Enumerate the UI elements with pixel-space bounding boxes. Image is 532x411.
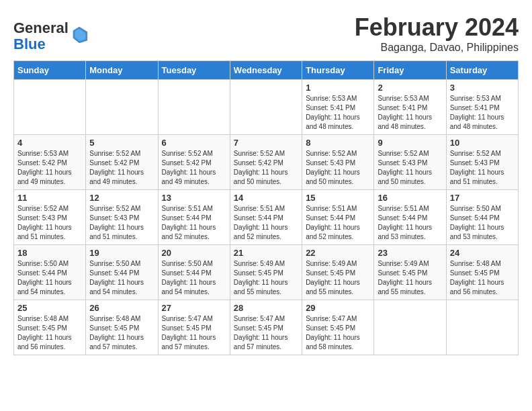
calendar-header-row: SundayMondayTuesdayWednesdayThursdayFrid… xyxy=(14,61,519,80)
calendar-cell xyxy=(86,80,158,135)
day-number: 21 xyxy=(234,248,298,258)
page-header: General Blue February 2024 Baganga, Dava… xyxy=(13,13,519,54)
calendar-cell: 6Sunrise: 5:52 AMSunset: 5:42 PMDaylight… xyxy=(158,135,230,190)
day-number: 6 xyxy=(162,138,226,148)
day-info: Sunrise: 5:51 AMSunset: 5:44 PMDaylight:… xyxy=(306,204,370,242)
day-info: Sunrise: 5:48 AMSunset: 5:45 PMDaylight:… xyxy=(89,314,154,352)
day-number: 18 xyxy=(17,248,82,258)
calendar-cell: 26Sunrise: 5:48 AMSunset: 5:45 PMDayligh… xyxy=(86,300,158,355)
day-info: Sunrise: 5:48 AMSunset: 5:45 PMDaylight:… xyxy=(17,314,82,352)
day-number: 5 xyxy=(89,138,154,148)
day-number: 7 xyxy=(234,138,298,148)
day-number: 23 xyxy=(378,248,442,258)
day-number: 27 xyxy=(162,303,226,313)
day-info: Sunrise: 5:50 AMSunset: 5:44 PMDaylight:… xyxy=(450,204,515,242)
calendar-cell: 19Sunrise: 5:50 AMSunset: 5:44 PMDayligh… xyxy=(86,245,158,300)
calendar-cell: 8Sunrise: 5:52 AMSunset: 5:43 PMDaylight… xyxy=(302,135,374,190)
calendar-week-row: 4Sunrise: 5:53 AMSunset: 5:42 PMDaylight… xyxy=(14,135,519,190)
calendar-cell: 7Sunrise: 5:52 AMSunset: 5:42 PMDaylight… xyxy=(230,135,302,190)
day-info: Sunrise: 5:52 AMSunset: 5:43 PMDaylight:… xyxy=(17,204,82,242)
calendar-cell: 2Sunrise: 5:53 AMSunset: 5:41 PMDaylight… xyxy=(374,80,446,135)
day-info: Sunrise: 5:47 AMSunset: 5:45 PMDaylight:… xyxy=(234,314,298,352)
day-info: Sunrise: 5:53 AMSunset: 5:41 PMDaylight:… xyxy=(306,94,370,132)
calendar-table: SundayMondayTuesdayWednesdayThursdayFrid… xyxy=(13,60,519,355)
calendar-day-header: Thursday xyxy=(302,61,374,80)
calendar-cell: 9Sunrise: 5:52 AMSunset: 5:43 PMDaylight… xyxy=(374,135,446,190)
day-number: 11 xyxy=(17,193,82,203)
calendar-day-header: Friday xyxy=(374,61,446,80)
day-info: Sunrise: 5:52 AMSunset: 5:42 PMDaylight:… xyxy=(89,149,154,187)
calendar-day-header: Saturday xyxy=(446,61,518,80)
calendar-cell xyxy=(374,300,446,355)
day-info: Sunrise: 5:50 AMSunset: 5:44 PMDaylight:… xyxy=(89,259,154,297)
day-number: 13 xyxy=(162,193,226,203)
calendar-cell: 23Sunrise: 5:49 AMSunset: 5:45 PMDayligh… xyxy=(374,245,446,300)
day-info: Sunrise: 5:51 AMSunset: 5:44 PMDaylight:… xyxy=(234,204,298,242)
day-info: Sunrise: 5:52 AMSunset: 5:43 PMDaylight:… xyxy=(450,149,515,187)
day-number: 10 xyxy=(450,138,515,148)
calendar-cell: 1Sunrise: 5:53 AMSunset: 5:41 PMDaylight… xyxy=(302,80,374,135)
day-number: 17 xyxy=(450,193,515,203)
logo-text: General Blue xyxy=(13,20,69,52)
day-number: 28 xyxy=(234,303,298,313)
calendar-cell: 29Sunrise: 5:47 AMSunset: 5:45 PMDayligh… xyxy=(302,300,374,355)
day-number: 16 xyxy=(378,193,442,203)
calendar-cell: 20Sunrise: 5:50 AMSunset: 5:44 PMDayligh… xyxy=(158,245,230,300)
day-info: Sunrise: 5:49 AMSunset: 5:45 PMDaylight:… xyxy=(234,259,298,297)
calendar-week-row: 25Sunrise: 5:48 AMSunset: 5:45 PMDayligh… xyxy=(14,300,519,355)
day-number: 29 xyxy=(306,303,370,313)
calendar-cell: 24Sunrise: 5:48 AMSunset: 5:45 PMDayligh… xyxy=(446,245,518,300)
calendar-cell: 18Sunrise: 5:50 AMSunset: 5:44 PMDayligh… xyxy=(14,245,86,300)
calendar-week-row: 18Sunrise: 5:50 AMSunset: 5:44 PMDayligh… xyxy=(14,245,519,300)
calendar-cell: 22Sunrise: 5:49 AMSunset: 5:45 PMDayligh… xyxy=(302,245,374,300)
day-info: Sunrise: 5:52 AMSunset: 5:43 PMDaylight:… xyxy=(89,204,154,242)
calendar-cell: 27Sunrise: 5:47 AMSunset: 5:45 PMDayligh… xyxy=(158,300,230,355)
day-info: Sunrise: 5:52 AMSunset: 5:43 PMDaylight:… xyxy=(378,149,442,187)
logo: General Blue xyxy=(13,20,89,52)
calendar-cell: 25Sunrise: 5:48 AMSunset: 5:45 PMDayligh… xyxy=(14,300,86,355)
day-info: Sunrise: 5:53 AMSunset: 5:41 PMDaylight:… xyxy=(378,94,442,132)
day-number: 3 xyxy=(450,83,515,93)
day-info: Sunrise: 5:48 AMSunset: 5:45 PMDaylight:… xyxy=(450,259,515,297)
calendar-cell: 13Sunrise: 5:51 AMSunset: 5:44 PMDayligh… xyxy=(158,190,230,245)
calendar-cell: 14Sunrise: 5:51 AMSunset: 5:44 PMDayligh… xyxy=(230,190,302,245)
calendar-day-header: Monday xyxy=(86,61,158,80)
day-number: 8 xyxy=(306,138,370,148)
calendar-cell: 17Sunrise: 5:50 AMSunset: 5:44 PMDayligh… xyxy=(446,190,518,245)
logo-icon xyxy=(70,26,89,44)
calendar-cell xyxy=(230,80,302,135)
calendar-cell xyxy=(446,300,518,355)
day-info: Sunrise: 5:53 AMSunset: 5:41 PMDaylight:… xyxy=(450,94,515,132)
calendar-cell: 15Sunrise: 5:51 AMSunset: 5:44 PMDayligh… xyxy=(302,190,374,245)
calendar-week-row: 1Sunrise: 5:53 AMSunset: 5:41 PMDaylight… xyxy=(14,80,519,135)
day-info: Sunrise: 5:50 AMSunset: 5:44 PMDaylight:… xyxy=(162,259,226,297)
calendar-cell xyxy=(158,80,230,135)
day-number: 4 xyxy=(17,138,82,148)
day-number: 24 xyxy=(450,248,515,258)
calendar-cell: 11Sunrise: 5:52 AMSunset: 5:43 PMDayligh… xyxy=(14,190,86,245)
calendar-week-row: 11Sunrise: 5:52 AMSunset: 5:43 PMDayligh… xyxy=(14,190,519,245)
calendar-cell: 16Sunrise: 5:51 AMSunset: 5:44 PMDayligh… xyxy=(374,190,446,245)
day-number: 14 xyxy=(234,193,298,203)
calendar-cell: 12Sunrise: 5:52 AMSunset: 5:43 PMDayligh… xyxy=(86,190,158,245)
calendar-day-header: Wednesday xyxy=(230,61,302,80)
day-number: 15 xyxy=(306,193,370,203)
day-info: Sunrise: 5:52 AMSunset: 5:42 PMDaylight:… xyxy=(234,149,298,187)
calendar-day-header: Tuesday xyxy=(158,61,230,80)
main-title: February 2024 xyxy=(355,13,519,42)
day-number: 20 xyxy=(162,248,226,258)
day-number: 22 xyxy=(306,248,370,258)
day-info: Sunrise: 5:52 AMSunset: 5:42 PMDaylight:… xyxy=(162,149,226,187)
calendar-cell: 28Sunrise: 5:47 AMSunset: 5:45 PMDayligh… xyxy=(230,300,302,355)
day-number: 1 xyxy=(306,83,370,93)
subtitle: Baganga, Davao, Philippines xyxy=(355,42,519,54)
calendar-cell: 5Sunrise: 5:52 AMSunset: 5:42 PMDaylight… xyxy=(86,135,158,190)
day-number: 25 xyxy=(17,303,82,313)
calendar-day-header: Sunday xyxy=(14,61,86,80)
day-number: 2 xyxy=(378,83,442,93)
calendar-cell: 10Sunrise: 5:52 AMSunset: 5:43 PMDayligh… xyxy=(446,135,518,190)
day-info: Sunrise: 5:47 AMSunset: 5:45 PMDaylight:… xyxy=(306,314,370,352)
day-number: 12 xyxy=(89,193,154,203)
day-info: Sunrise: 5:51 AMSunset: 5:44 PMDaylight:… xyxy=(162,204,226,242)
day-info: Sunrise: 5:49 AMSunset: 5:45 PMDaylight:… xyxy=(378,259,442,297)
